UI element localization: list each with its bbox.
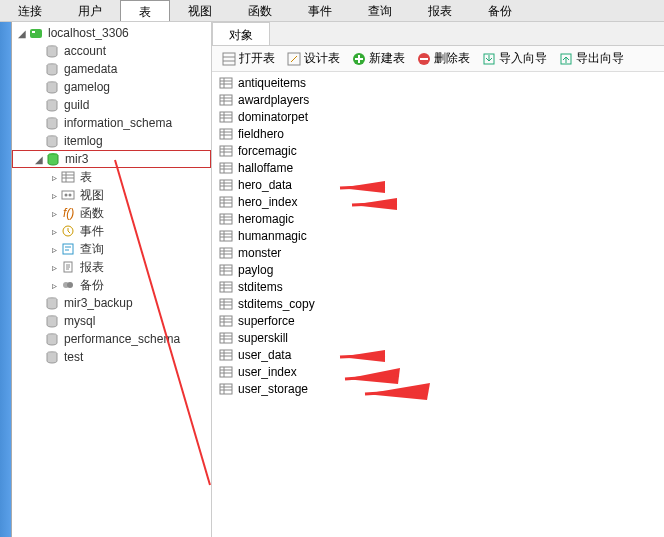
expander-icon[interactable]: ▹: [48, 244, 60, 255]
table-user_data[interactable]: user_data: [216, 346, 660, 363]
menu-备份[interactable]: 备份: [470, 0, 530, 21]
svg-rect-98: [220, 350, 232, 360]
table-paylog[interactable]: paylog: [216, 261, 660, 278]
node-report[interactable]: ▹报表: [12, 258, 211, 276]
db-account[interactable]: account: [12, 42, 211, 60]
toolbar: 打开表 设计表 新建表 删除表 导入向导 导出向导: [212, 46, 664, 72]
svg-point-15: [69, 194, 72, 197]
new-table-button[interactable]: 新建表: [348, 48, 409, 69]
table-stditems[interactable]: stditems: [216, 278, 660, 295]
svg-point-21: [67, 282, 73, 288]
table-dominatorpet[interactable]: dominatorpet: [216, 108, 660, 125]
table-humanmagic[interactable]: humanmagic: [216, 227, 660, 244]
table-monster[interactable]: monster: [216, 244, 660, 261]
db-gamedata[interactable]: gamedata: [12, 60, 211, 78]
table-icon: [218, 92, 234, 108]
table-list: antiqueitemsawardplayersdominatorpetfiel…: [212, 72, 664, 537]
svg-rect-74: [220, 248, 232, 258]
table-icon: [218, 75, 234, 91]
db-performance_schema[interactable]: performance_schema: [12, 330, 211, 348]
menu-报表[interactable]: 报表: [410, 0, 470, 21]
table-antiqueitems[interactable]: antiqueitems: [216, 74, 660, 91]
table-icon: [218, 313, 234, 329]
svg-rect-86: [220, 299, 232, 309]
db-gamelog[interactable]: gamelog: [12, 78, 211, 96]
tab-row: 对象: [212, 22, 664, 46]
db-mysql[interactable]: mysql: [12, 312, 211, 330]
table-heromagic[interactable]: heromagic: [216, 210, 660, 227]
svg-rect-18: [63, 244, 73, 254]
expander-icon[interactable]: ◢: [16, 28, 28, 39]
expander-icon[interactable]: ▹: [48, 190, 60, 201]
table-hero_data[interactable]: hero_data: [216, 176, 660, 193]
tab-objects[interactable]: 对象: [212, 22, 270, 45]
expander-icon[interactable]: ▹: [48, 208, 60, 219]
import-icon: [482, 52, 496, 66]
svg-rect-82: [220, 282, 232, 292]
expander-icon[interactable]: ▹: [48, 172, 60, 183]
svg-rect-54: [220, 163, 232, 173]
menu-连接[interactable]: 连接: [0, 0, 60, 21]
table-user_storage[interactable]: user_storage: [216, 380, 660, 397]
menu-表[interactable]: 表: [120, 0, 170, 21]
table-halloffame[interactable]: halloffame: [216, 159, 660, 176]
db-itemlog[interactable]: itemlog: [12, 132, 211, 150]
node-backup[interactable]: ▹备份: [12, 276, 211, 294]
export-wizard-button[interactable]: 导出向导: [555, 48, 628, 69]
table-forcemagic[interactable]: forcemagic: [216, 142, 660, 159]
table-superskill[interactable]: superskill: [216, 329, 660, 346]
svg-rect-106: [220, 384, 232, 394]
import-wizard-button[interactable]: 导入向导: [478, 48, 551, 69]
svg-text:f(): f(): [63, 206, 74, 220]
delete-icon: [417, 52, 431, 66]
table-awardplayers[interactable]: awardplayers: [216, 91, 660, 108]
table-icon: [218, 177, 234, 193]
expander-icon[interactable]: ▹: [48, 262, 60, 273]
expander-icon[interactable]: ▹: [48, 226, 60, 237]
export-icon: [559, 52, 573, 66]
svg-rect-58: [220, 180, 232, 190]
db-test[interactable]: test: [12, 348, 211, 366]
left-edge: [0, 22, 12, 537]
table-user_index[interactable]: user_index: [216, 363, 660, 380]
table-icon: [218, 279, 234, 295]
design-table-button[interactable]: 设计表: [283, 48, 344, 69]
table-icon: [218, 228, 234, 244]
svg-rect-1: [32, 31, 35, 33]
table-icon: [218, 262, 234, 278]
db-mir3[interactable]: ◢mir3: [12, 150, 211, 168]
svg-rect-62: [220, 197, 232, 207]
table-hero_index[interactable]: hero_index: [216, 193, 660, 210]
menu-函数[interactable]: 函数: [230, 0, 290, 21]
design-icon: [287, 52, 301, 66]
svg-rect-50: [220, 146, 232, 156]
db-mir3_backup[interactable]: mir3_backup: [12, 294, 211, 312]
table-stditems_copy[interactable]: stditems_copy: [216, 295, 660, 312]
node-view[interactable]: ▹视图: [12, 186, 211, 204]
menu-用户[interactable]: 用户: [60, 0, 120, 21]
conn-root[interactable]: ◢localhost_3306: [12, 24, 211, 42]
svg-rect-46: [220, 129, 232, 139]
menubar: 连接用户表视图函数事件查询报表备份: [0, 0, 664, 22]
node-table[interactable]: ▹表: [12, 168, 211, 186]
svg-rect-42: [220, 112, 232, 122]
db-guild[interactable]: guild: [12, 96, 211, 114]
table-icon: [218, 126, 234, 142]
table-superforce[interactable]: superforce: [216, 312, 660, 329]
svg-rect-13: [62, 191, 74, 199]
node-func[interactable]: ▹f()函数: [12, 204, 211, 222]
svg-point-14: [65, 194, 68, 197]
expander-icon[interactable]: ▹: [48, 280, 60, 291]
menu-视图[interactable]: 视图: [170, 0, 230, 21]
expander-icon[interactable]: ◢: [33, 154, 45, 165]
node-query[interactable]: ▹查询: [12, 240, 211, 258]
node-event[interactable]: ▹事件: [12, 222, 211, 240]
table-fieldhero[interactable]: fieldhero: [216, 125, 660, 142]
delete-table-button[interactable]: 删除表: [413, 48, 474, 69]
db-information_schema[interactable]: information_schema: [12, 114, 211, 132]
table-icon: [218, 245, 234, 261]
open-table-button[interactable]: 打开表: [218, 48, 279, 69]
svg-rect-90: [220, 316, 232, 326]
menu-查询[interactable]: 查询: [350, 0, 410, 21]
menu-事件[interactable]: 事件: [290, 0, 350, 21]
